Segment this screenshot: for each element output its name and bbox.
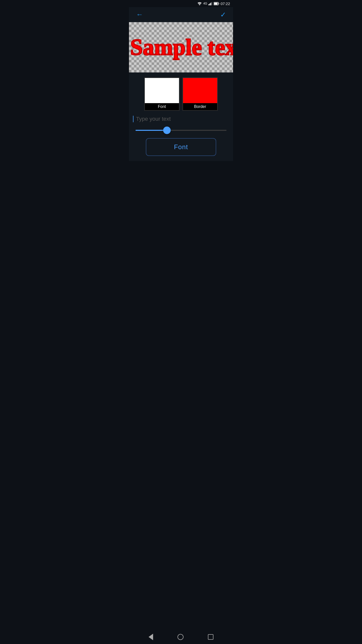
text-input[interactable] bbox=[136, 116, 229, 122]
status-icons: 4G 07:22 bbox=[197, 2, 230, 6]
border-color-picker[interactable]: Border bbox=[183, 77, 218, 111]
svg-rect-1 bbox=[208, 4, 209, 5]
svg-rect-7 bbox=[214, 3, 218, 5]
wifi-icon bbox=[197, 2, 202, 5]
slider-container bbox=[133, 127, 229, 132]
text-input-container bbox=[133, 116, 229, 122]
top-nav: ← ✓ bbox=[129, 7, 233, 22]
status-time: 07:22 bbox=[220, 2, 230, 6]
border-color-label: Border bbox=[183, 103, 217, 110]
confirm-button[interactable]: ✓ bbox=[218, 9, 228, 21]
svg-rect-6 bbox=[219, 3, 219, 4]
font-color-label: Font bbox=[145, 103, 179, 110]
svg-point-0 bbox=[199, 5, 200, 5]
svg-rect-4 bbox=[211, 2, 212, 5]
fourg-label: 4G bbox=[203, 2, 207, 5]
signal-icon bbox=[208, 2, 212, 5]
back-button[interactable]: ← bbox=[134, 9, 145, 21]
controls-area: Font Border Font bbox=[129, 72, 233, 161]
font-color-swatch[interactable] bbox=[145, 78, 179, 103]
preview-area: Sample text bbox=[129, 22, 233, 72]
font-button[interactable]: Font bbox=[146, 138, 216, 156]
battery-icon bbox=[214, 2, 219, 5]
color-pickers-row: Font Border bbox=[133, 77, 229, 111]
font-color-picker[interactable]: Font bbox=[144, 77, 179, 111]
size-slider[interactable] bbox=[135, 130, 227, 131]
border-color-swatch[interactable] bbox=[183, 78, 217, 103]
svg-rect-3 bbox=[210, 3, 211, 5]
sample-text-display: Sample text bbox=[129, 36, 233, 59]
svg-rect-2 bbox=[209, 4, 210, 5]
status-bar: 4G 07:22 bbox=[129, 0, 233, 7]
